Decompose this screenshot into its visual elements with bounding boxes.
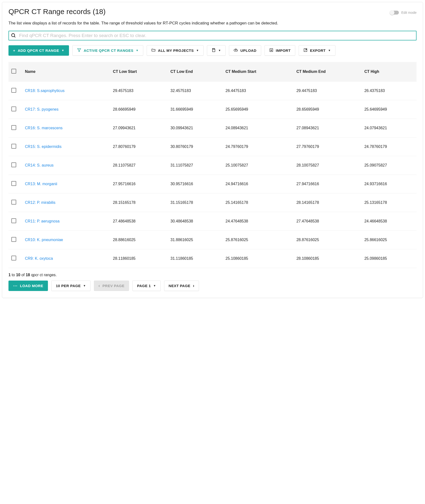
upload-button[interactable]: Upload [229, 45, 261, 56]
column-header-ct-low-start[interactable]: CT Low Start [110, 62, 168, 82]
cloud-upload-icon [234, 48, 238, 53]
export-icon [303, 48, 308, 53]
row-checkbox[interactable] [11, 162, 16, 167]
cell-ct-low-start: 27.48648538 [110, 212, 168, 230]
cell-ct-low-end: 31.15165178 [167, 193, 223, 212]
load-more-button[interactable]: ⋯ Load More [8, 281, 48, 291]
chevron-right-icon: › [193, 283, 195, 288]
search-icon [11, 33, 16, 38]
edit-mode-label: Edit mode [401, 11, 417, 15]
cell-ct-medium-start: 25.87616025 [223, 230, 294, 249]
chevron-down-icon: ▼ [218, 49, 221, 52]
column-header-ct-medium-start[interactable]: CT Medium Start [223, 62, 294, 82]
cell-ct-low-end: 30.48648538 [167, 212, 223, 230]
table-row: CR17: S. pyogenes28.6669594931.666959492… [8, 100, 417, 119]
import-button[interactable]: Import [265, 45, 295, 56]
active-filter-button[interactable]: Active qPCR CT Ranges ▼ [72, 45, 143, 56]
import-icon [269, 48, 273, 53]
svg-rect-3 [213, 48, 214, 49]
cell-ct-low-start: 28.11860185 [110, 249, 168, 268]
record-name-link[interactable]: CR15: S. epidermidis [25, 145, 61, 149]
cell-ct-low-end: 32.4575183 [167, 81, 223, 100]
projects-label: All My Projects [158, 48, 194, 53]
record-name-link[interactable]: CR10: K. pneumoniae [25, 238, 63, 242]
row-checkbox[interactable] [11, 181, 16, 186]
record-name-link[interactable]: CR16: S. marcescens [25, 126, 63, 130]
cell-ct-medium-end: 28.14165178 [294, 193, 362, 212]
plus-icon: + [13, 48, 15, 53]
per-page-button[interactable]: 10 per page ▼ [51, 281, 91, 291]
cell-ct-medium-end: 27.08943621 [294, 119, 362, 137]
record-name-link[interactable]: CR13: M. morganii [25, 182, 57, 186]
column-header-ct-medium-end[interactable]: CT Medium End [294, 62, 362, 82]
save-icon [212, 48, 216, 53]
cell-ct-medium-start: 24.94716616 [223, 175, 294, 193]
cell-ct-medium-end: 27.79760179 [294, 137, 362, 156]
row-checkbox[interactable] [11, 88, 16, 93]
row-checkbox[interactable] [11, 237, 16, 242]
cell-ct-low-end: 30.09943621 [167, 119, 223, 137]
cell-ct-high: 25.09075827 [361, 156, 417, 175]
pagination-summary: 1 to 10 of 18 qpcr ct ranges. [8, 273, 417, 277]
cell-ct-high: 24.78760179 [361, 137, 417, 156]
row-checkbox[interactable] [11, 200, 16, 205]
save-menu-button[interactable]: ▼ [207, 45, 226, 56]
pagination-controls: ⋯ Load More 10 per page ▼ ‹ Prev Page Pa… [8, 281, 417, 291]
cell-ct-high: 24.46648538 [361, 212, 417, 230]
cell-ct-low-start: 28.15165178 [110, 193, 168, 212]
next-page-button[interactable]: Next Page › [164, 281, 199, 291]
cell-ct-medium-start: 26.4475183 [223, 81, 294, 100]
search-input[interactable] [19, 33, 414, 38]
row-checkbox[interactable] [11, 218, 16, 223]
svg-marker-2 [77, 49, 81, 52]
cell-ct-medium-end: 27.47648538 [294, 212, 362, 230]
chevron-down-icon: ▼ [83, 284, 86, 287]
cell-ct-low-start: 28.11075827 [110, 156, 168, 175]
page-select-button[interactable]: Page 1 ▼ [132, 281, 160, 291]
prev-page-label: Prev Page [102, 284, 124, 288]
row-checkbox[interactable] [11, 256, 16, 260]
cell-ct-medium-start: 24.79760179 [223, 137, 294, 156]
cell-ct-low-start: 27.80760179 [110, 137, 168, 156]
toolbar: + Add qPCR CT Range ▼ Active qPCR CT Ran… [8, 45, 417, 56]
export-button[interactable]: Export ▼ [299, 45, 335, 56]
page-label: Page 1 [137, 284, 151, 288]
summary-from: 1 [8, 273, 11, 277]
projects-button[interactable]: All My Projects ▼ [147, 45, 204, 56]
table-row: CR12: P. mirabilis28.1516517831.15165178… [8, 193, 417, 212]
record-name-link[interactable]: CR11: P. aerugnosa [25, 219, 60, 223]
chevron-down-icon: ▼ [153, 284, 156, 287]
record-name-link[interactable]: CR9: K. oxytoca [25, 256, 53, 260]
page-subtitle: The list view displays a list of records… [8, 20, 417, 26]
add-record-button[interactable]: + Add qPCR CT Range ▼ [8, 45, 69, 56]
cell-ct-medium-end: 28.10860185 [294, 249, 362, 268]
cell-ct-low-start: 27.95716616 [110, 175, 168, 193]
edit-mode-group: Edit mode [390, 11, 417, 15]
table-row: CR15: S. epidermidis27.8076017930.807601… [8, 137, 417, 156]
active-filter-label: Active qPCR CT Ranges [84, 48, 134, 53]
cell-ct-low-end: 31.66695949 [167, 100, 223, 119]
next-page-label: Next Page [169, 284, 190, 288]
table-row: CR18: S.saprophyticus29.457518332.457518… [8, 81, 417, 100]
records-card: QPCR CT Range records (18) Edit mode The… [2, 2, 423, 298]
column-header-name[interactable]: Name [22, 62, 110, 82]
row-checkbox[interactable] [11, 144, 16, 149]
cell-ct-medium-end: 28.87616025 [294, 230, 362, 249]
row-checkbox[interactable] [11, 107, 16, 111]
page-title: QPCR CT Range records (18) [8, 8, 106, 16]
edit-mode-toggle[interactable] [390, 11, 399, 15]
record-name-link[interactable]: CR12: P. mirabilis [25, 200, 55, 205]
record-name-link[interactable]: CR14: S. aureus [25, 163, 53, 167]
row-checkbox[interactable] [11, 125, 16, 130]
cell-ct-high: 26.4375183 [361, 81, 417, 100]
cell-ct-medium-end: 28.10075827 [294, 156, 362, 175]
record-name-link[interactable]: CR17: S. pyogenes [25, 107, 59, 111]
column-header-ct-high[interactable]: CT High [361, 62, 417, 82]
select-all-checkbox[interactable] [11, 69, 16, 74]
column-header-ct-low-end[interactable]: CT Low End [167, 62, 223, 82]
table-row: CR11: P. aerugnosa27.4864853830.48648538… [8, 212, 417, 230]
table-row: CR9: K. oxytoca28.1186018531.1186018525.… [8, 249, 417, 268]
search-container [8, 31, 417, 40]
upload-label: Upload [240, 48, 256, 53]
record-name-link[interactable]: CR18: S.saprophyticus [25, 89, 65, 93]
